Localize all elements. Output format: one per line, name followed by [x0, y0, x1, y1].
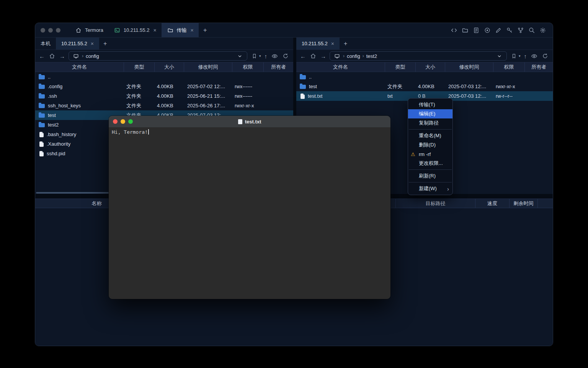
submenu-arrow-icon: › — [447, 186, 449, 192]
table-row[interactable]: .. — [35, 72, 293, 82]
bookmark-button[interactable]: ▾ — [251, 52, 261, 60]
menu-item-edit[interactable]: 编辑(E) — [408, 109, 452, 118]
bookmark-icon — [510, 52, 518, 60]
text-cursor — [148, 129, 149, 135]
table-row[interactable]: .config 文件夹4.00KB2025-07-02 12:...rwx---… — [35, 82, 293, 91]
home-button[interactable] — [48, 52, 56, 60]
breadcrumb-separator: › — [363, 53, 364, 59]
close-icon[interactable] — [113, 119, 118, 124]
file-icon — [39, 132, 44, 137]
breadcrumb-segment[interactable]: test2 — [366, 53, 377, 59]
table-row[interactable]: ssh_host_keys 文件夹4.00KB2025-06-26 17:...… — [35, 101, 293, 110]
traffic-close-icon[interactable] — [41, 28, 45, 33]
tab-remote-host[interactable]: 10.211.55.2 × — [296, 38, 340, 49]
menu-item-refresh[interactable]: 刷新(R) — [408, 171, 452, 181]
search-icon[interactable] — [528, 26, 536, 34]
gear-icon[interactable] — [539, 26, 547, 34]
refresh-button[interactable] — [541, 52, 549, 60]
folder-icon — [39, 85, 45, 89]
column-header[interactable]: 速度 — [475, 199, 510, 208]
menu-item-new[interactable]: 新建(W)› — [408, 184, 452, 193]
column-header[interactable]: 权限 — [493, 62, 525, 72]
column-header[interactable]: 大小 — [155, 62, 184, 72]
close-icon[interactable]: × — [191, 27, 194, 33]
back-button[interactable]: ← — [300, 53, 306, 59]
column-header[interactable]: 修改时间 — [445, 62, 493, 72]
menu-item-rename[interactable]: 重命名(M) — [408, 131, 452, 140]
new-tab-button[interactable]: + — [99, 38, 111, 49]
editor-content[interactable]: Hi, Termora! — [109, 127, 390, 299]
record-icon[interactable] — [483, 26, 491, 34]
tab-transfer[interactable]: 传输 × — [162, 23, 199, 37]
editor-window: test.txt Hi, Termora! — [109, 116, 390, 299]
tab-local-machine[interactable]: 本机 — [35, 38, 56, 49]
show-hidden-files-button[interactable] — [530, 52, 538, 60]
file-name: test2 — [48, 122, 59, 128]
file-icon — [39, 141, 44, 147]
column-header[interactable]: 文件名 — [35, 62, 124, 72]
column-header[interactable]: 类型 — [124, 62, 155, 72]
tab-termora-home[interactable]: Termora — [70, 23, 108, 37]
editor-titlebar[interactable]: test.txt — [109, 116, 390, 127]
refresh-button[interactable] — [282, 52, 289, 60]
up-directory-button[interactable]: ↑ — [265, 53, 268, 59]
tab-remote-host[interactable]: 10.211.55.2 × — [56, 38, 99, 49]
branch-icon[interactable] — [517, 26, 524, 34]
caret-down-icon: ▾ — [259, 54, 261, 58]
tab-ssh-session[interactable]: 10.211.55.2 × — [108, 23, 162, 37]
bookmark-button[interactable]: ▾ — [510, 52, 521, 60]
code-icon[interactable] — [450, 26, 458, 34]
column-header[interactable]: 所有者 — [264, 62, 293, 72]
close-icon[interactable]: × — [91, 41, 94, 47]
new-tab-button[interactable]: + — [340, 38, 351, 49]
tab-label: 10.211.55.2 — [61, 41, 87, 46]
column-header[interactable]: 大小 — [416, 62, 445, 72]
close-icon[interactable]: × — [153, 27, 156, 33]
pencil-icon[interactable] — [495, 26, 502, 34]
path-bar[interactable]: › config — [69, 51, 247, 61]
menu-separator — [409, 182, 452, 182]
history-icon[interactable] — [472, 26, 480, 34]
column-header[interactable]: 类型 — [385, 62, 416, 72]
folder-icon — [39, 113, 45, 118]
forward-button[interactable]: → — [59, 53, 65, 59]
minimize-icon[interactable] — [121, 119, 125, 124]
traffic-zoom-icon[interactable] — [56, 28, 60, 33]
close-icon[interactable]: × — [331, 41, 334, 47]
chevron-down-icon[interactable] — [236, 52, 244, 60]
table-row[interactable]: .. — [296, 72, 553, 82]
table-row[interactable]: .ssh 文件夹4.00KB2025-06-21 15:...rwx------ — [35, 91, 293, 101]
menu-item-rm-rf[interactable]: ⚠rm -rf — [408, 150, 452, 159]
zoom-icon[interactable] — [128, 119, 133, 124]
column-header[interactable]: 文件名 — [296, 62, 385, 72]
terminal-icon — [113, 26, 121, 34]
bookmark-icon — [251, 52, 258, 60]
right-toolbar: ← → › config › test2 ▾ ↑ — [296, 50, 553, 62]
file-name: .. — [48, 74, 51, 80]
traffic-minimize-icon[interactable] — [48, 28, 53, 33]
menu-item-transfer[interactable]: 传输(T) — [408, 100, 452, 109]
column-header[interactable]: 目标路径 — [396, 199, 475, 208]
chevron-down-icon[interactable] — [496, 52, 503, 60]
home-button[interactable] — [309, 52, 317, 60]
folder-icon[interactable] — [461, 26, 469, 34]
column-header[interactable]: 剩余时间 — [510, 199, 538, 208]
column-header[interactable]: 修改时间 — [184, 62, 232, 72]
folder-icon — [39, 94, 45, 99]
forward-button[interactable]: → — [320, 53, 326, 59]
up-directory-button[interactable]: ↑ — [524, 53, 527, 59]
table-row[interactable]: test 文件夹4.00KB2025-07-03 12:...rwxr-xr-x — [296, 82, 553, 91]
show-hidden-files-button[interactable] — [271, 52, 278, 60]
menu-item-delete[interactable]: 删除(D) — [408, 140, 452, 150]
column-header[interactable]: 权限 — [232, 62, 264, 72]
key-icon[interactable] — [506, 26, 513, 34]
breadcrumb-segment[interactable]: config — [347, 53, 360, 59]
menu-item-copy-path[interactable]: 复制路径 — [408, 118, 452, 128]
menu-item-change-permissions[interactable]: 更改权限... — [408, 159, 452, 168]
breadcrumb-segment[interactable]: config — [86, 53, 99, 59]
back-button[interactable]: ← — [39, 53, 45, 59]
column-header[interactable]: 所有者 — [525, 62, 553, 72]
new-tab-button[interactable]: + — [199, 23, 212, 37]
file-name: .config — [48, 84, 62, 89]
path-bar[interactable]: › config › test2 — [330, 51, 507, 61]
